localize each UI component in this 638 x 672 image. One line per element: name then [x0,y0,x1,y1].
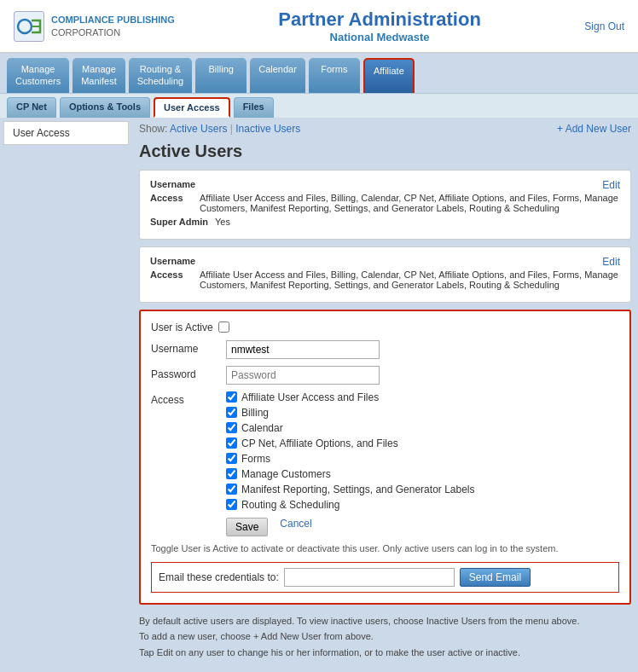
email-input[interactable] [284,568,455,587]
password-input[interactable] [226,366,380,385]
section-title: Active Users [139,142,631,161]
active-users-link[interactable]: Active Users [170,123,227,135]
access-checkbox-5[interactable] [226,468,237,479]
email-label: Email these credentials to: [159,571,279,583]
list-item: Routing & Scheduling [226,499,475,511]
super-admin-value-1: Yes [215,217,620,227]
show-bar: Show: Active Users | Inactive Users + Ad… [139,123,631,135]
nav-tab-calendar[interactable]: Calendar [250,58,305,93]
username-label-2: Username [150,256,195,266]
user-card-1-superadmin-row: Super Admin Yes [150,217,620,227]
show-label: Show: [139,123,170,135]
access-checkbox-4[interactable] [226,453,237,464]
inactive-users-link[interactable]: Inactive Users [235,123,300,135]
user-card-1: Edit Username Access Affiliate User Acce… [139,170,631,240]
user-card-2-username-row: Username [150,256,620,266]
footer-note-1: By default active users are displayed. T… [139,613,631,629]
access-checkbox-6[interactable] [226,484,237,495]
tab-user-access[interactable]: User Access [154,97,230,118]
super-admin-label-1: Super Admin [150,217,208,227]
page-title: Partner Administration [278,9,481,31]
access-option-label-4: Forms [241,453,270,465]
secondary-nav: CP Net Options & Tools User Access Files [0,93,638,118]
user-active-label: User is Active [151,322,213,333]
nav-tab-manage-manifest[interactable]: Manage Manifest [72,58,125,93]
email-credentials-row: Email these credentials to: Send Email [151,562,619,593]
access-checkbox-group: Affiliate User Access and Files Billing … [226,391,475,511]
save-button[interactable]: Save [226,518,268,536]
access-option-label-2: Calendar [241,422,283,434]
access-label-2: Access [150,269,193,290]
access-label-1: Access [150,193,193,213]
access-option-label-7: Routing & Scheduling [241,499,339,511]
username-input[interactable] [226,340,380,359]
sidebar-item-user-access[interactable]: User Access [3,121,129,145]
main-content: Show: Active Users | Inactive Users + Ad… [132,118,638,666]
divider: | [230,123,233,135]
user-card-1-access-row: Access Affiliate User Access and Files, … [150,193,620,213]
footer-note-2: To add a new user, choose + Add New User… [139,629,631,645]
logo-area: COMPLIANCE PUBLISHING CORPORATION [14,11,175,42]
send-email-button[interactable]: Send Email [460,568,531,587]
user-active-row: User is Active [151,322,619,333]
password-form-row: Password [151,366,619,385]
access-checkbox-3[interactable] [226,437,237,449]
sign-out-link[interactable]: Sign Out [584,20,624,32]
edit-link-1[interactable]: Edit [602,179,620,191]
nav-tab-billing[interactable]: Billing [195,58,246,93]
access-checkbox-7[interactable] [226,499,237,510]
add-new-user-link[interactable]: + Add New User [557,123,631,135]
user-card-2: Edit Username Access Affiliate User Acce… [139,246,631,303]
access-form-row: Access Affiliate User Access and Files B… [151,391,619,511]
username-field-label: Username [151,340,219,355]
access-option-label-3: CP Net, Affiliate Options, and Files [241,437,398,449]
access-checkbox-2[interactable] [226,422,237,433]
sidebar: User Access [0,118,132,666]
logo-company: COMPLIANCE PUBLISHING CORPORATION [51,14,175,38]
content-area: User Access Show: Active Users | Inactiv… [0,118,638,666]
toggle-note: Toggle User is Active to activate or dea… [151,543,619,553]
user-active-checkbox[interactable] [218,322,229,333]
edit-link-2[interactable]: Edit [602,256,620,268]
access-checkbox-1[interactable] [226,407,237,418]
access-value-2: Affiliate User Access and Files, Billing… [200,269,620,290]
primary-nav: Manage Customers Manage Manifest Routing… [0,53,638,93]
access-option-label-1: Billing [241,407,269,419]
access-field-label: Access [151,391,219,406]
access-value-1: Affiliate User Access and Files, Billing… [200,193,620,213]
list-item: Billing [226,407,475,419]
user-card-1-username-row: Username [150,179,620,189]
list-item: Affiliate User Access and Files [226,391,475,403]
access-checkbox-0[interactable] [226,391,237,403]
show-links: Show: Active Users | Inactive Users [139,123,300,135]
header-center: Partner Administration National Medwaste [278,9,481,43]
password-field-label: Password [151,366,219,380]
list-item: Forms [226,453,475,465]
tab-cp-net[interactable]: CP Net [7,97,56,118]
nav-tab-manage-customers[interactable]: Manage Customers [7,58,69,93]
list-item: Manage Customers [226,468,475,480]
org-name: National Medwaste [278,31,481,43]
cancel-link[interactable]: Cancel [280,518,311,530]
user-card-2-access-row: Access Affiliate User Access and Files, … [150,269,620,290]
username-form-row: Username [151,340,619,359]
footer-note-3: Tap Edit on any user to change his or he… [139,645,631,661]
nav-tab-affiliate[interactable]: Affiliate [363,58,415,93]
footer-notes: By default active users are displayed. T… [139,613,631,661]
nav-tab-routing-scheduling[interactable]: Routing & Scheduling [129,58,192,93]
access-option-label-0: Affiliate User Access and Files [241,391,379,403]
svg-point-0 [18,20,32,33]
list-item: Manifest Reporting, Settings, and Genera… [226,484,475,495]
username-label-1: Username [150,179,195,189]
list-item: CP Net, Affiliate Options, and Files [226,437,475,449]
logo-icon [14,11,44,42]
edit-form-card: User is Active Username Password Access … [139,310,631,605]
header: COMPLIANCE PUBLISHING CORPORATION Partne… [0,0,638,53]
save-cancel-row: Save Cancel [226,518,619,536]
access-option-label-6: Manifest Reporting, Settings, and Genera… [241,484,475,495]
access-option-label-5: Manage Customers [241,468,331,480]
tab-files[interactable]: Files [234,97,274,118]
list-item: Calendar [226,422,475,434]
nav-tab-forms[interactable]: Forms [309,58,360,93]
tab-options-tools[interactable]: Options & Tools [60,97,150,118]
